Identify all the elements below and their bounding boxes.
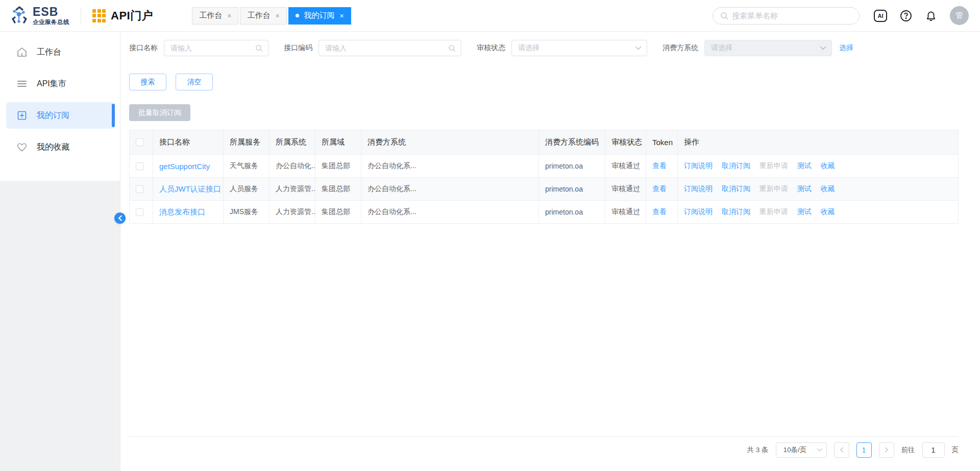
cell-domain: 集团总部 [322,161,350,170]
clear-button[interactable]: 清空 [176,74,213,90]
tab-workbench-2[interactable]: 工作台 × [240,7,286,25]
tab-close-icon[interactable]: × [275,12,279,20]
table-empty-space [129,224,959,436]
subscription-desc-link[interactable]: 订阅说明 [684,184,713,193]
reapply-link: 重新申请 [760,161,788,170]
interface-name-link[interactable]: 人员JWT认证接口 [159,184,221,193]
interface-code-input-field[interactable] [325,44,444,52]
tab-label: 工作台 [247,11,270,20]
next-page-button[interactable] [879,442,894,458]
filter-label: 接口名称 [129,43,158,53]
cell-consumer-code: primeton.oa [545,208,583,216]
cell-consumer: 办公自动化系... [368,184,416,193]
top-bar: ESB 企业服务总线 API门户 工作台 × 工作台 × 我的订阅 × [0,0,980,32]
reapply-link: 重新申请 [760,207,788,216]
brand-subtitle: 企业服务总线 [33,19,69,26]
search-icon [448,44,456,52]
select-placeholder: 请选择 [518,43,540,53]
sidebar-item-my-favorites[interactable]: 我的收藏 [6,134,114,160]
batch-unsubscribe-button[interactable]: 批量取消订阅 [129,104,190,121]
interface-name-input-field[interactable] [170,44,251,52]
page-size-select[interactable]: 10条/页 [776,442,827,458]
chevron-down-icon [635,46,642,50]
user-avatar[interactable]: 管 [950,6,969,25]
unsubscribe-link[interactable]: 取消订阅 [722,207,750,216]
table-row: 人员JWT认证接口 人员服务 人力资源管... 集团总部 办公自动化系... p… [130,178,959,201]
search-button[interactable]: 搜索 [129,74,166,90]
unsubscribe-link[interactable]: 取消订阅 [722,161,750,170]
cell-service: 人员服务 [230,184,258,193]
interface-name-link[interactable]: 消息发布接口 [159,207,205,216]
test-link[interactable]: 测试 [797,184,812,193]
status-text: 审核通过 [611,161,640,170]
sidebar-menu: 工作台 API集市 [0,32,120,181]
sidebar-item-label: 工作台 [37,47,61,58]
cell-consumer: 办公自动化系... [368,161,416,170]
brand-title: ESB [33,6,69,18]
test-link[interactable]: 测试 [797,207,812,216]
token-view-link[interactable]: 查看 [652,207,667,216]
cell-consumer-code: primeton.oa [545,185,583,193]
subscription-desc-link[interactable]: 订阅说明 [684,207,713,216]
menu-search[interactable] [713,7,860,25]
cell-system: 人力资源管... [276,184,315,193]
interface-name-input[interactable] [164,40,268,56]
cell-system: 人力资源管... [276,207,315,216]
cell-domain: 集团总部 [322,207,350,216]
subscription-desc-link[interactable]: 订阅说明 [684,161,713,170]
tab-close-icon[interactable]: × [227,12,231,20]
filter-audit-status: 审核状态 请选择 [477,40,647,56]
col-consumer-system: 消费方系统 [361,130,539,155]
filter-interface-code: 接口编码 [284,40,461,56]
table-toolbar: 批量取消订阅 [129,104,959,121]
tab-my-subscriptions[interactable]: 我的订阅 × [288,7,351,25]
col-system: 所属系统 [270,130,315,155]
prev-page-button[interactable] [834,442,849,458]
row-checkbox[interactable] [136,185,143,193]
page-body: 工作台 API集市 [0,32,980,471]
notifications-bell-icon[interactable] [925,10,937,22]
avatar-text: 管 [955,11,963,20]
row-checkbox[interactable] [136,162,143,170]
token-view-link[interactable]: 查看 [652,184,667,193]
page-number-button[interactable]: 1 [856,442,872,458]
subscriptions-table: 接口名称 所属服务 所属系统 所属域 消费方系统 消费方系统编码 审核状态 To… [129,130,959,224]
choose-link[interactable]: 选择 [839,43,853,53]
brand-text: ESB 企业服务总线 [33,6,69,26]
col-token: Token [646,130,678,155]
select-all-checkbox[interactable] [136,138,143,146]
test-link[interactable]: 测试 [797,161,812,170]
select-placeholder: 请选择 [711,43,732,53]
goto-page-input[interactable] [922,442,945,458]
row-checkbox[interactable] [136,208,143,216]
interface-name-link[interactable]: getSupportCity [159,162,210,171]
sidebar-item-my-subscriptions[interactable]: 我的订阅 [6,102,114,129]
help-icon[interactable] [900,10,912,22]
consumer-system-select[interactable]: 请选择 [704,40,832,56]
tab-label: 我的订阅 [304,11,335,20]
menu-search-input[interactable] [732,11,852,20]
tab-workbench-1[interactable]: 工作台 × [192,7,238,25]
audit-status-select[interactable]: 请选择 [511,40,647,56]
chevron-down-icon [820,46,826,50]
sidebar: 工作台 API集市 [0,32,120,471]
sidebar-item-api-market[interactable]: API集市 [6,70,114,97]
filter-actions: 搜索 清空 [129,74,959,90]
ai-assistant-icon[interactable]: AI [874,10,887,22]
filter-label: 接口编码 [284,43,312,53]
col-consumer-code: 消费方系统编码 [539,130,605,155]
sidebar-item-workbench[interactable]: 工作台 [6,39,114,65]
reapply-link: 重新申请 [760,184,788,193]
unsubscribe-link[interactable]: 取消订阅 [722,184,750,193]
interface-code-input[interactable] [318,40,461,56]
sidebar-collapse-button[interactable] [114,213,126,224]
favorite-link[interactable]: 收藏 [821,161,835,170]
token-view-link[interactable]: 查看 [652,161,667,170]
tab-close-icon[interactable]: × [340,12,344,20]
chevron-right-icon [885,447,889,453]
favorite-link[interactable]: 收藏 [821,207,835,216]
favorite-link[interactable]: 收藏 [821,184,835,193]
topbar-icons: AI 管 [874,6,969,25]
search-icon [720,12,728,20]
filter-label: 消费方系统 [663,43,698,53]
